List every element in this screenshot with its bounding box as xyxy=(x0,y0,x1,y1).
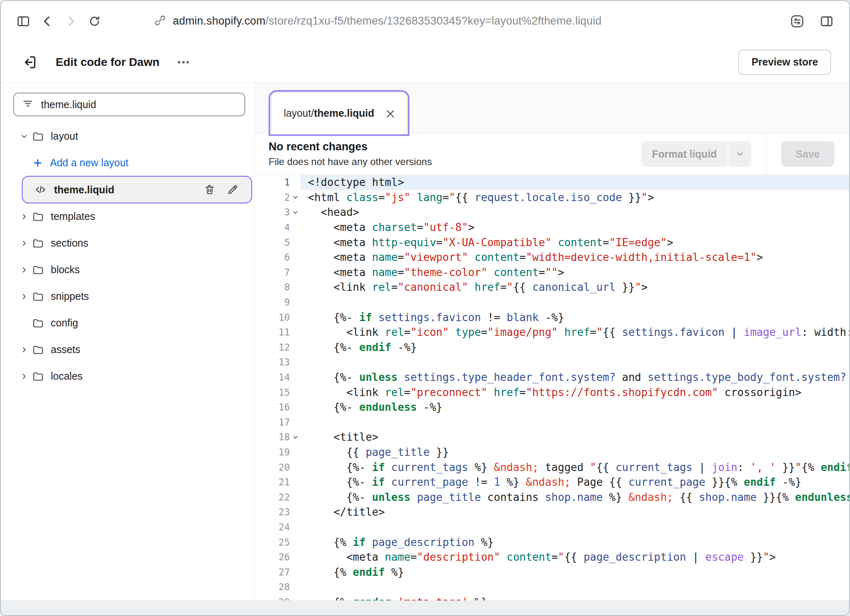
code-line-text: <meta name="description" content="{{ pag… xyxy=(301,550,849,565)
reload-icon[interactable] xyxy=(83,9,106,33)
code-line-text xyxy=(301,415,849,430)
file-tree: layoutAdd a new layouttheme.liquidtempla… xyxy=(1,123,254,390)
folder-icon xyxy=(32,317,45,329)
code-line: 21 {%- if current_page != 1 %} &ndash; P… xyxy=(255,475,849,490)
code-line-text: <!doctype html> xyxy=(301,175,849,190)
address-bar[interactable]: admin.shopify.com/store/rzq1xu-f5/themes… xyxy=(154,14,601,28)
tab-bar: layout/theme.liquid × xyxy=(255,83,849,134)
code-editor-pane: layout/theme.liquid × No recent changes … xyxy=(255,83,849,600)
tab-label: layout/theme.liquid xyxy=(284,107,374,119)
line-number: 6 xyxy=(255,252,290,263)
folder-icon xyxy=(32,290,45,303)
code-line: 7 <meta name="theme-color" content=""> xyxy=(255,265,849,280)
add-layout-label: Add a new layout xyxy=(50,157,129,169)
save-button[interactable]: Save xyxy=(781,141,834,167)
code-line-text: {%- if current_tags %} &ndash; tagged "{… xyxy=(301,460,849,475)
code-line: 17 xyxy=(255,415,849,430)
divider xyxy=(766,134,766,174)
code-line: 16 {%- endunless -%} xyxy=(255,400,849,415)
tree-folder-templates[interactable]: templates xyxy=(1,203,254,230)
chevron-down-icon[interactable] xyxy=(20,132,32,141)
code-line-text xyxy=(301,355,849,370)
chevron-right-icon[interactable] xyxy=(20,239,32,248)
status-subtitle: File does not have any other versions xyxy=(269,156,432,168)
line-number: 21 xyxy=(255,477,290,487)
line-number: 4 xyxy=(255,222,290,233)
file-search-input[interactable]: theme.liquid xyxy=(13,93,245,116)
line-number: 10 xyxy=(255,312,290,323)
tree-folder-config[interactable]: config xyxy=(1,310,254,336)
code-line: 19 {{ page_title }} xyxy=(255,445,849,460)
more-actions-button[interactable] xyxy=(174,52,193,72)
back-icon[interactable] xyxy=(35,9,59,33)
format-liquid-button[interactable]: Format liquid xyxy=(641,141,751,167)
folder-label: templates xyxy=(51,211,95,222)
chevron-down-icon[interactable] xyxy=(728,141,751,167)
code-line-text: <meta http-equiv="X-UA-Compatible" conte… xyxy=(301,235,849,250)
line-number: 23 xyxy=(255,507,290,517)
line-number: 29 xyxy=(255,597,290,600)
line-number: 14 xyxy=(255,372,290,383)
code-line-text: {% endif %} xyxy=(301,564,849,580)
delete-file-icon[interactable] xyxy=(203,183,217,196)
exit-editor-icon[interactable] xyxy=(19,52,40,73)
extension-icon[interactable] xyxy=(785,9,809,33)
link-icon xyxy=(154,14,166,28)
close-tab-icon[interactable]: × xyxy=(385,107,396,120)
code-line-text: <title> xyxy=(301,430,849,445)
line-number: 28 xyxy=(255,582,290,592)
code-line-text: {%- if settings.favicon != blank -%} xyxy=(301,310,849,325)
code-line: 22 {%- unless page_title contains shop.n… xyxy=(255,489,849,505)
fold-chevron-icon[interactable] xyxy=(290,194,301,201)
folder-label: snippets xyxy=(51,290,89,302)
line-number: 11 xyxy=(255,327,290,337)
chevron-right-icon[interactable] xyxy=(20,292,32,301)
folder-icon xyxy=(32,211,45,223)
add-new-layout-link[interactable]: Add a new layout xyxy=(1,149,254,176)
code-line-text: {%- endunless -%} xyxy=(301,400,849,415)
tree-file-theme-liquid[interactable]: theme.liquid xyxy=(24,178,250,202)
rename-file-icon[interactable] xyxy=(226,183,240,196)
code-line: 5 <meta http-equiv="X-UA-Compatible" con… xyxy=(255,235,849,250)
window-bottom-strip xyxy=(1,600,849,615)
code-line: 23 </title> xyxy=(255,505,849,520)
search-value: theme.liquid xyxy=(41,99,96,111)
tree-folder-snippets[interactable]: snippets xyxy=(1,283,254,310)
fold-chevron-icon[interactable] xyxy=(290,434,301,441)
code-line: 1<!doctype html> xyxy=(255,175,849,190)
url-text: admin.shopify.com/store/rzq1xu-f5/themes… xyxy=(173,15,601,27)
forward-icon[interactable] xyxy=(59,9,83,33)
folder-icon xyxy=(32,130,45,143)
tab-layout-theme-liquid[interactable]: layout/theme.liquid × xyxy=(271,93,407,134)
code-line-text: <link rel="icon" type="image/png" href="… xyxy=(301,325,849,340)
editor-status-bar: No recent changes File does not have any… xyxy=(255,134,849,175)
tree-folder-sections[interactable]: sections xyxy=(1,230,254,256)
code-editor[interactable]: 1<!doctype html>2<html class="js" lang="… xyxy=(255,175,849,600)
tree-folder-blocks[interactable]: blocks xyxy=(1,256,254,283)
code-line: 18 <title> xyxy=(255,430,849,445)
code-line: 8 <link rel="canonical" href="{{ canonic… xyxy=(255,280,849,295)
tree-folder-layout[interactable]: layout xyxy=(1,123,254,149)
code-line-text: <link rel="preconnect" href="https://fon… xyxy=(301,385,849,400)
tree-folder-locales[interactable]: locales xyxy=(1,363,254,390)
code-line: 12 {%- endif -%} xyxy=(255,340,849,355)
sidebar-toggle-icon[interactable] xyxy=(11,9,35,33)
line-number: 2 xyxy=(255,192,290,203)
folder-label: blocks xyxy=(51,264,80,276)
file-name: theme.liquid xyxy=(54,184,114,196)
line-number: 19 xyxy=(255,447,290,457)
chevron-right-icon[interactable] xyxy=(20,212,32,221)
line-number: 27 xyxy=(255,567,290,578)
code-line-text: <meta name="viewport" content="width=dev… xyxy=(301,250,849,265)
tree-folder-assets[interactable]: assets xyxy=(1,336,254,363)
code-line: 6 <meta name="viewport" content="width=d… xyxy=(255,250,849,265)
chevron-right-icon[interactable] xyxy=(20,265,32,274)
code-line: 9 xyxy=(255,295,849,310)
fold-chevron-icon[interactable] xyxy=(290,209,301,216)
chevron-right-icon[interactable] xyxy=(20,372,32,381)
preview-store-button[interactable]: Preview store xyxy=(738,50,831,75)
folder-icon xyxy=(32,264,45,276)
panel-right-toggle-icon[interactable] xyxy=(815,9,839,33)
line-number: 13 xyxy=(255,357,290,367)
chevron-right-icon[interactable] xyxy=(20,345,32,354)
